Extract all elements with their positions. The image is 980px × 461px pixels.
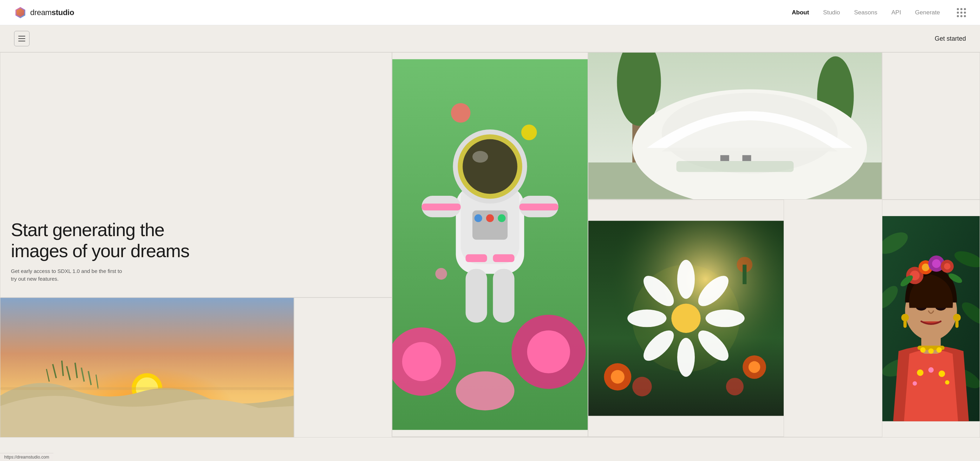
- svg-rect-26: [519, 203, 558, 210]
- svg-rect-40: [742, 155, 751, 161]
- svg-rect-21: [466, 269, 487, 323]
- astronaut-image-cell: [392, 52, 588, 437]
- menu-line: [18, 36, 25, 36]
- empty-cell-bottom-mid: [392, 437, 588, 437]
- architecture-image: [589, 52, 881, 199]
- dot: [964, 11, 966, 14]
- nav-generate[interactable]: Generate: [915, 9, 940, 16]
- empty-cell-bottom-right: [588, 437, 882, 437]
- flowers-image-cell: [588, 200, 784, 437]
- hero-subtitle: Get early access to SDXL 1.0 and be the …: [11, 267, 123, 283]
- svg-point-107: [953, 314, 961, 322]
- svg-rect-108: [904, 320, 907, 328]
- svg-point-18: [474, 214, 482, 222]
- svg-rect-25: [422, 203, 460, 210]
- frida-image-cell: [882, 200, 980, 438]
- svg-point-20: [498, 214, 506, 222]
- logo-text: dreamstudio: [30, 8, 74, 17]
- url-bar: https://dreamstudio.com: [0, 453, 53, 461]
- svg-point-57: [632, 377, 652, 396]
- navbar-nav: About Studio Seasons API Generate: [792, 8, 966, 17]
- nav-seasons[interactable]: Seasons: [854, 9, 877, 16]
- svg-point-44: [677, 260, 695, 299]
- hero-title: Start generating the images of your drea…: [11, 220, 381, 262]
- svg-rect-38: [676, 161, 794, 172]
- svg-point-7: [527, 331, 570, 373]
- svg-point-13: [463, 139, 517, 194]
- svg-point-48: [677, 337, 695, 377]
- svg-point-89: [928, 348, 934, 353]
- nav-api[interactable]: API: [891, 9, 901, 16]
- dot: [964, 15, 966, 17]
- svg-point-56: [749, 361, 760, 372]
- svg-point-85: [945, 380, 950, 384]
- logo-icon: [14, 6, 27, 19]
- svg-point-84: [913, 381, 917, 385]
- svg-rect-60: [743, 265, 746, 284]
- architecture-image-cell: [588, 52, 882, 200]
- svg-point-101: [932, 259, 941, 268]
- svg-point-88: [920, 347, 926, 352]
- empty-cell-mid: [294, 298, 392, 438]
- secondary-bar: Get started: [0, 25, 980, 52]
- dot: [957, 8, 959, 10]
- menu-line: [18, 38, 25, 39]
- get-started-link[interactable]: Get started: [935, 35, 966, 43]
- svg-point-14: [473, 151, 488, 162]
- flowers-image: [589, 200, 784, 437]
- svg-point-28: [521, 125, 537, 140]
- svg-rect-109: [955, 320, 959, 328]
- logo[interactable]: dreamstudio: [14, 6, 74, 19]
- main-grid: Start generating the images of your drea…: [0, 52, 980, 437]
- url-text: https://dreamstudio.com: [4, 455, 49, 459]
- dot: [960, 11, 963, 14]
- dot: [957, 15, 959, 17]
- svg-point-27: [451, 103, 471, 123]
- app-grid-icon[interactable]: [957, 8, 966, 17]
- dot: [957, 11, 959, 14]
- dot: [960, 15, 963, 17]
- svg-point-81: [917, 369, 923, 375]
- beach-image-cell: [0, 298, 294, 438]
- menu-button[interactable]: [14, 31, 30, 46]
- dot: [964, 8, 966, 10]
- svg-point-5: [402, 342, 441, 381]
- svg-point-103: [944, 263, 950, 269]
- navbar: dreamstudio About Studio Seasons API Gen…: [0, 0, 980, 25]
- astronaut-image: [392, 52, 588, 436]
- dot: [960, 8, 963, 10]
- svg-point-52: [671, 304, 700, 333]
- svg-rect-22: [493, 269, 514, 323]
- svg-rect-24: [493, 254, 514, 262]
- svg-point-99: [922, 263, 929, 271]
- nav-studio[interactable]: Studio: [823, 9, 840, 16]
- svg-point-54: [611, 370, 625, 383]
- svg-point-46: [706, 309, 745, 327]
- svg-point-58: [726, 377, 744, 395]
- svg-point-50: [627, 309, 666, 327]
- svg-point-83: [939, 371, 945, 377]
- nav-about[interactable]: About: [792, 9, 809, 16]
- svg-point-29: [435, 268, 447, 280]
- svg-point-106: [901, 314, 909, 322]
- svg-rect-23: [466, 254, 487, 262]
- svg-point-8: [456, 371, 515, 410]
- beach-image: [0, 298, 294, 437]
- frida-image: [882, 200, 980, 437]
- svg-rect-73: [0, 387, 294, 390]
- svg-point-82: [928, 367, 934, 372]
- menu-line: [18, 41, 25, 41]
- svg-point-90: [937, 347, 942, 352]
- svg-rect-39: [721, 155, 729, 161]
- hero-text-cell: Start generating the images of your drea…: [0, 52, 392, 298]
- svg-point-19: [486, 214, 494, 222]
- empty-cell-top-right: [882, 52, 980, 200]
